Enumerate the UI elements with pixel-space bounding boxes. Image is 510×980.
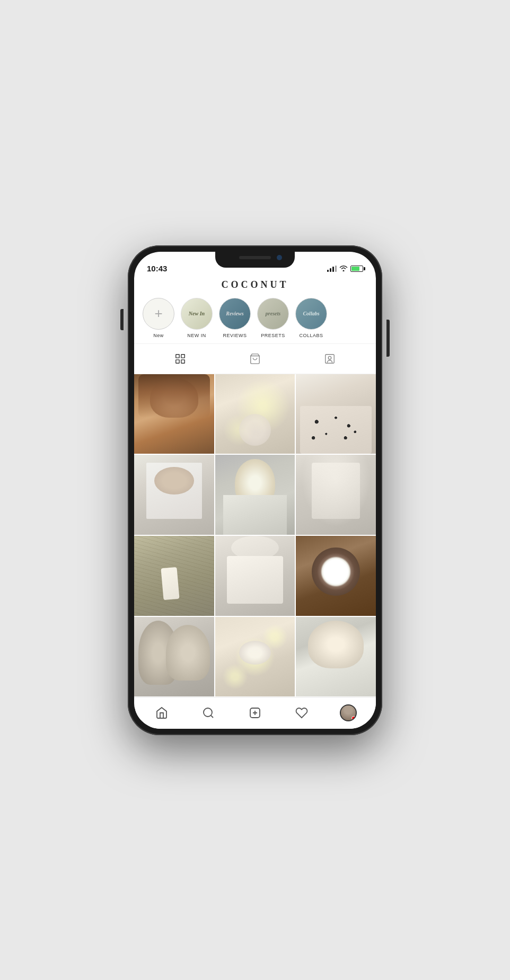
grid-cell-9[interactable] [296,536,376,616]
new-plus-icon: + [154,305,162,322]
svg-rect-1 [181,354,184,357]
story-circle-presets[interactable]: presets [257,298,289,330]
speaker [239,256,271,259]
wifi-icon [339,265,348,273]
story-text-presets: presets [266,311,280,316]
story-item-presets[interactable]: presets PRESETS [257,298,289,338]
nav-search[interactable] [197,701,220,725]
grid-cell-6[interactable] [296,455,376,535]
story-label-collabs: COLLABS [299,333,323,338]
story-item-new[interactable]: + New [143,298,174,338]
app-title: COCONUT [221,279,288,290]
battery-fill [351,267,359,271]
grid-cell-7[interactable] [134,536,214,616]
tab-tagged[interactable] [319,348,340,369]
grid-cell-3[interactable] [296,374,376,454]
grid-cell-1[interactable] [134,374,214,454]
profile-avatar[interactable] [340,704,357,721]
svg-point-7 [204,708,212,717]
phone-device: 10:43 [128,245,382,735]
story-item-reviews[interactable]: Reviews REVIEWS [219,298,251,338]
story-item-newin[interactable]: New In NEW IN [181,298,213,338]
svg-point-6 [329,356,332,359]
stories-row[interactable]: + New New In NEW IN Reviews [134,293,376,343]
grid-cell-12[interactable] [296,617,376,697]
tab-shop[interactable] [244,348,266,369]
grid-cell-8[interactable] [215,536,295,616]
notch [215,252,295,268]
svg-rect-0 [175,354,179,357]
status-time: 10:43 [147,264,167,273]
grid-cell-5[interactable] [215,455,295,535]
app-header: COCONUT [134,275,376,293]
svg-rect-5 [326,354,335,363]
nav-heart[interactable] [290,701,313,725]
status-icons [327,265,363,273]
view-tabs [134,343,376,374]
story-label-reviews: REVIEWS [223,333,247,338]
story-label-newin: NEW IN [187,333,206,338]
svg-rect-2 [175,359,179,363]
nav-add[interactable] [243,701,267,725]
battery-icon [350,266,363,272]
notification-dot [351,716,356,720]
story-text-reviews: Reviews [226,311,243,316]
svg-line-8 [211,716,213,718]
story-circle-reviews[interactable]: Reviews [219,298,251,330]
story-circle-collabs[interactable]: Collabs [295,298,327,330]
story-label-presets: PRESETS [261,333,285,338]
story-label-new: New [153,333,164,338]
grid-cell-2[interactable] [215,374,295,454]
grid-cell-10[interactable] [134,617,214,697]
nav-home[interactable] [150,701,173,725]
grid-cell-4[interactable] [134,455,214,535]
story-circle-new[interactable]: + [143,298,174,330]
story-circle-newin[interactable]: New In [181,298,213,330]
story-text-newin: New In [189,311,205,316]
story-text-collabs: Collabs [303,311,319,316]
app-content[interactable]: COCONUT + New New In [134,275,376,697]
phone-wrapper: 10:43 [128,245,382,735]
story-item-collabs[interactable]: Collabs COLLABS [295,298,327,338]
photo-grid [134,374,376,697]
tab-grid[interactable] [170,348,191,369]
bottom-nav [134,697,376,729]
svg-rect-3 [181,359,184,363]
nav-profile[interactable] [337,701,360,725]
signal-icon [327,266,337,272]
front-camera [277,255,282,260]
grid-cell-11[interactable] [215,617,295,697]
phone-screen: 10:43 [134,252,376,729]
